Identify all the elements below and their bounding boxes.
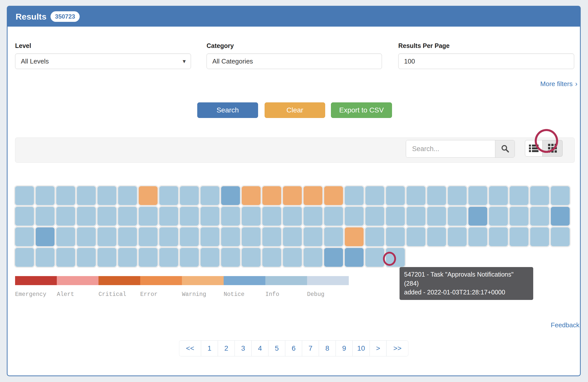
log-tile-info[interactable] [262,248,281,267]
log-tile-info[interactable] [407,186,425,205]
log-tile-info[interactable] [365,186,384,205]
log-tile-warning[interactable] [283,186,302,205]
log-tile-info[interactable] [448,186,467,205]
clear-button[interactable]: Clear [265,102,325,118]
page-button-3[interactable]: 3 [234,340,252,356]
log-tile-info[interactable] [489,227,508,246]
page-button-first[interactable]: << [179,340,201,356]
page-button-6[interactable]: 6 [285,340,302,356]
log-tile-info[interactable] [551,227,570,246]
log-tile-notice[interactable] [468,207,487,226]
log-tile-info[interactable] [221,248,240,267]
log-tile-warning[interactable] [345,227,364,246]
log-tile-info[interactable] [530,207,549,226]
log-tile-info[interactable] [159,227,178,246]
log-tile-info[interactable] [427,227,446,246]
log-tile-info[interactable] [283,227,302,246]
log-tile-info[interactable] [345,186,364,205]
log-tile-info[interactable] [324,227,343,246]
export-to-csv-button[interactable]: Export to CSV [331,102,392,118]
log-tile-notice[interactable] [36,227,55,246]
log-tile-warning[interactable] [139,186,158,205]
log-tile-info[interactable] [56,207,75,226]
log-tile-info[interactable] [530,227,549,246]
log-tile-notice[interactable] [345,248,364,267]
log-tile-info[interactable] [530,186,549,205]
page-button-5[interactable]: 5 [268,340,285,356]
log-tile-info[interactable] [427,207,446,226]
log-tile-info[interactable] [283,248,302,267]
log-tile-info[interactable] [386,227,405,246]
log-tile-info[interactable] [180,248,199,267]
log-tile-notice[interactable] [324,248,343,267]
log-tile-info[interactable] [283,207,302,226]
log-tile-info[interactable] [448,227,467,246]
log-tile-warning[interactable] [262,186,281,205]
log-tile-info[interactable] [118,186,137,205]
log-tile-warning[interactable] [242,186,261,205]
log-tile-info[interactable] [448,207,467,226]
log-tile-info[interactable] [201,248,219,267]
log-tile-info[interactable] [15,248,34,267]
log-tile-warning[interactable] [324,186,343,205]
log-tile-info[interactable] [159,186,178,205]
log-tile-info[interactable] [510,227,528,246]
results-per-page-input[interactable]: 100 [398,53,574,69]
log-tile-info[interactable] [427,186,446,205]
log-tile-info[interactable] [304,248,322,267]
log-tile-info[interactable] [139,227,158,246]
page-button-9[interactable]: 9 [335,340,353,356]
log-tile-info[interactable] [324,207,343,226]
log-tile-info[interactable] [56,248,75,267]
log-tile-info[interactable] [242,248,261,267]
log-tile-info[interactable] [118,207,137,226]
log-tile-info[interactable] [242,227,261,246]
log-tile-info[interactable] [407,207,425,226]
log-tile-info[interactable] [510,186,528,205]
log-tile-info[interactable] [407,227,425,246]
log-tile-info[interactable] [365,227,384,246]
log-tile-info[interactable] [139,207,158,226]
more-filters-link[interactable]: More filters › [540,80,577,88]
log-tile-info[interactable] [118,248,137,267]
log-tile-info[interactable] [551,186,570,205]
log-tile-info[interactable] [489,207,508,226]
log-tile-info[interactable] [221,227,240,246]
log-tile-info[interactable] [386,207,405,226]
log-tile-info[interactable] [77,227,96,246]
search-button[interactable]: Search [197,102,258,118]
log-tile-info[interactable] [345,207,364,226]
category-select[interactable]: All Categories [207,53,382,69]
log-tile-info[interactable] [36,248,55,267]
log-tile-info[interactable] [56,227,75,246]
log-tile-info[interactable] [56,186,75,205]
log-tile-info[interactable] [365,248,384,267]
page-button-1[interactable]: 1 [201,340,218,356]
page-button-10[interactable]: 10 [352,340,370,356]
log-tile-info[interactable] [97,227,116,246]
page-button-4[interactable]: 4 [251,340,268,356]
log-tile-info[interactable] [510,207,528,226]
search-input[interactable] [406,140,495,157]
log-tile-warning[interactable] [304,186,322,205]
log-tile-info[interactable] [304,207,322,226]
log-tile-info[interactable] [15,227,34,246]
log-tile-info[interactable] [159,248,178,267]
log-tile-info[interactable] [77,207,96,226]
page-button-2[interactable]: 2 [218,340,235,356]
log-tile-info[interactable] [468,227,487,246]
feedback-link[interactable]: Feedback [551,321,579,329]
log-tile-notice[interactable] [221,186,240,205]
log-tile-info[interactable] [201,227,219,246]
level-select[interactable]: All Levels ▾ [15,53,191,69]
log-tile-info[interactable] [221,207,240,226]
log-tile-info[interactable] [489,186,508,205]
log-tile-info[interactable] [201,207,219,226]
log-tile-info[interactable] [242,207,261,226]
log-tile-info[interactable] [304,227,322,246]
log-tile-info[interactable] [97,207,116,226]
log-tile-info[interactable] [468,186,487,205]
page-button-8[interactable]: 8 [319,340,336,356]
log-tile-info[interactable] [15,186,34,205]
log-tile-info[interactable] [36,186,55,205]
